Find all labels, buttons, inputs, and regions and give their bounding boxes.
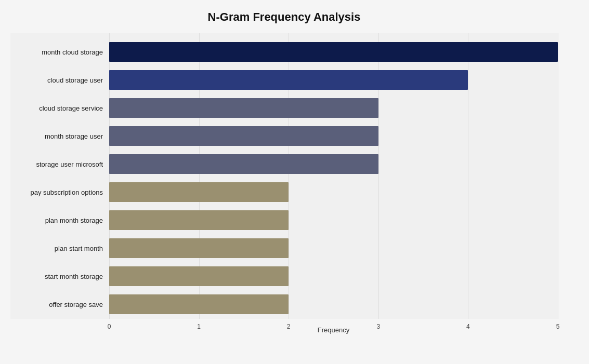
bar-fill [109,154,378,174]
grid-line [558,33,558,319]
x-tick: 5 [556,323,560,330]
bar-fill [109,98,378,118]
bar-label: storage user microsoft [10,160,109,168]
bar-fill [109,42,558,62]
bar-fill [109,70,468,90]
bar-track [109,70,558,90]
bar-row: cloud storage service [10,95,558,122]
bar-label: month storage user [10,132,109,140]
bar-track [109,210,558,230]
bar-row: pay subscription options [10,179,558,206]
bar-fill [109,294,289,314]
bar-track [109,294,558,314]
bar-label: cloud storage user [10,76,109,84]
bar-row: month storage user [10,123,558,150]
bar-label: start month storage [10,273,109,280]
bar-row: cloud storage user [10,66,558,93]
bar-fill [109,210,289,230]
bar-row: plan month storage [10,207,558,234]
bar-track [109,126,558,146]
x-tick: 4 [466,323,470,330]
bar-track [109,238,558,258]
bar-track [109,266,558,286]
bar-label: pay subscription options [10,188,109,196]
bar-track [109,42,558,62]
bar-track [109,98,558,118]
bar-fill [109,266,289,286]
x-tick: 0 [108,323,111,330]
bar-row: month cloud storage [10,38,558,65]
x-tick: 3 [376,323,380,330]
x-axis-label: Frequency [109,326,558,334]
bar-label: cloud storage service [10,104,109,112]
chart-title: N-Gram Frequency Analysis [10,10,558,24]
x-tick: 1 [197,323,201,330]
bar-row: storage user microsoft [10,151,558,178]
bars-section: month cloud storagecloud storage userclo… [10,33,558,319]
bar-row: plan start month [10,235,558,262]
bar-track [109,182,558,202]
bar-label: offer storage save [10,301,109,308]
bar-row: start month storage [10,263,558,290]
bar-fill [109,182,289,202]
chart-area: month cloud storagecloud storage userclo… [10,33,558,304]
bar-row: offer storage save [10,291,558,318]
bar-label: plan start month [10,245,109,252]
bar-fill [109,126,378,146]
bar-fill [109,238,289,258]
x-tick: 2 [287,323,291,330]
bar-label: plan month storage [10,217,109,224]
chart-container: N-Gram Frequency Analysis month cloud st… [0,0,589,364]
bar-track [109,154,558,174]
bar-label: month cloud storage [10,48,109,56]
